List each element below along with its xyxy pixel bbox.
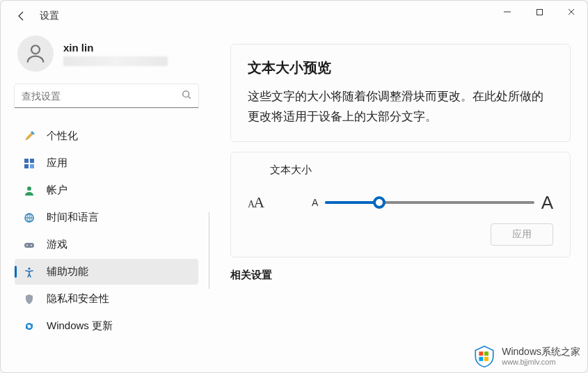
- user-name: xin lin: [63, 42, 168, 54]
- watermark: Windows系统之家 www.bjjmlv.com: [472, 344, 580, 368]
- sidebar-divider: [209, 212, 209, 289]
- gamepad-icon: [23, 239, 35, 251]
- user-account-row[interactable]: xin lin: [15, 35, 198, 72]
- apps-icon: [23, 157, 35, 170]
- maximize-button[interactable]: [523, 1, 555, 23]
- text-size-slider[interactable]: A A: [312, 192, 553, 214]
- svg-rect-8: [30, 164, 34, 168]
- svg-point-14: [31, 244, 32, 246]
- svg-rect-1: [537, 9, 542, 15]
- text-size-slider-card: 文本大小 AA A A 应用: [230, 152, 571, 257]
- search-icon: [182, 90, 191, 102]
- avatar: [17, 35, 54, 72]
- svg-point-13: [26, 244, 28, 246]
- svg-rect-6: [30, 159, 34, 163]
- nav-accounts[interactable]: 帐户: [15, 177, 198, 203]
- preview-title: 文本大小预览: [248, 58, 553, 77]
- nav-time-language[interactable]: 时间和语言: [15, 205, 198, 230]
- watermark-brand: Windows系统之家: [502, 347, 580, 357]
- globe-clock-icon: [23, 212, 35, 224]
- sidebar: xin lin 个性化: [1, 31, 209, 372]
- svg-rect-16: [479, 351, 484, 356]
- content-area: 辅助功能 › 文本大小 文本大小预览 这些文字的大小将随着你调整滑块而更改。在此…: [209, 31, 587, 372]
- nav-apps[interactable]: 应用: [15, 150, 198, 176]
- nav-label: 时间和语言: [47, 211, 99, 224]
- nav-label: 游戏: [47, 238, 67, 251]
- slider-label: 文本大小: [270, 164, 553, 177]
- nav-label: 辅助功能: [47, 265, 88, 278]
- svg-point-9: [27, 186, 31, 191]
- watermark-url: www.bjjmlv.com: [502, 358, 580, 366]
- svg-rect-18: [479, 357, 484, 361]
- svg-rect-17: [484, 351, 488, 356]
- nav-personalization[interactable]: 个性化: [15, 123, 198, 149]
- svg-rect-7: [24, 164, 29, 168]
- nav-gaming[interactable]: 游戏: [15, 232, 198, 257]
- apply-button[interactable]: 应用: [491, 223, 553, 246]
- nav-label: 应用: [47, 157, 67, 170]
- watermark-logo-icon: [472, 344, 496, 368]
- app-title: 设置: [40, 10, 59, 22]
- window-controls: [491, 1, 587, 23]
- slider-thumb[interactable]: [373, 196, 386, 209]
- slider-max-label: A: [541, 192, 553, 214]
- search-input[interactable]: [22, 90, 182, 102]
- svg-point-15: [28, 267, 30, 269]
- update-icon: [23, 320, 35, 333]
- slider-min-label: A: [312, 197, 318, 208]
- paintbrush-icon: [23, 130, 35, 143]
- nav-list: 个性化 应用 帐户 时: [15, 123, 198, 339]
- svg-rect-19: [484, 357, 488, 361]
- svg-line-4: [189, 97, 191, 99]
- sample-text-icon: AA: [248, 193, 263, 212]
- svg-point-2: [31, 45, 40, 54]
- text-size-preview-card: 文本大小预览 这些文字的大小将随着你调整滑块而更改。在此处所做的更改将适用于设备…: [230, 44, 571, 142]
- nav-label: 个性化: [47, 129, 78, 143]
- account-icon: [23, 184, 35, 197]
- slider-track[interactable]: [325, 201, 534, 204]
- nav-label: Windows 更新: [47, 319, 113, 333]
- user-email-redacted: [63, 56, 168, 66]
- minimize-button[interactable]: [491, 1, 523, 23]
- svg-point-3: [183, 91, 189, 97]
- related-settings-heading: 相关设置: [230, 269, 571, 282]
- svg-rect-5: [24, 159, 29, 163]
- close-button[interactable]: [555, 1, 587, 23]
- preview-body: 这些文字的大小将随着你调整滑块而更改。在此处所做的更改将适用于设备上的大部分文字…: [248, 87, 553, 127]
- nav-windows-update[interactable]: Windows 更新: [15, 313, 198, 339]
- nav-privacy[interactable]: 隐私和安全性: [15, 286, 198, 312]
- nav-label: 隐私和安全性: [47, 292, 109, 305]
- nav-accessibility[interactable]: 辅助功能: [15, 259, 198, 285]
- settings-window: 设置 xin lin: [0, 0, 588, 373]
- back-button[interactable]: [15, 9, 29, 23]
- accessibility-icon: [23, 266, 35, 278]
- nav-label: 帐户: [47, 184, 67, 197]
- shield-icon: [23, 293, 35, 305]
- slider-fill: [325, 201, 379, 204]
- svg-rect-12: [24, 243, 34, 248]
- search-box[interactable]: [15, 84, 198, 108]
